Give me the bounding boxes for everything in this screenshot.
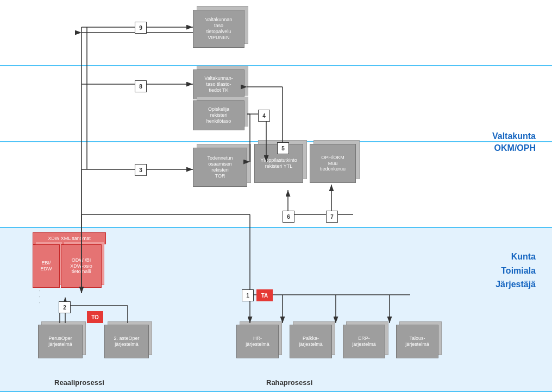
box-erp: ERP-järjestelmä <box>343 325 385 358</box>
number-4: 4 <box>258 110 270 122</box>
section-rahaprosessi: Rahaprosessi <box>266 378 312 387</box>
badge-ta: TA <box>256 289 273 301</box>
box-hr: HR-järjestelmä <box>236 325 279 358</box>
number-1: 1 <box>242 289 254 301</box>
diagram-container: ValtakuntaOKM/OPH KuntaToimialaJärjestäj… <box>0 0 552 392</box>
badge-to: TO <box>87 311 103 323</box>
box-okm: OPH/OKMMuutiedonkeruu <box>310 144 356 183</box>
number-6: 6 <box>283 211 294 223</box>
number-2: 2 <box>59 301 71 313</box>
box-palkka: Palkka-järjestelmä <box>290 325 332 358</box>
box-aste: 2. asteOperjärjestelmä <box>104 325 149 358</box>
box-tk: Valtakunnan-taso tilasto-tiedot TK <box>193 69 244 99</box>
number-5: 5 <box>277 142 289 154</box>
stack-left: XDW XML sanomat EBI/EDW ODW /BIXDW-osiot… <box>27 232 106 298</box>
dots: ··· <box>39 288 41 306</box>
kunta-label: KuntaToimialaJärjestäjä <box>495 250 536 292</box>
box-tor: TodennetunosaamisenrekisteriTOR <box>193 148 247 187</box>
valtakunta-label: ValtakuntaOKM/OPH <box>492 130 536 155</box>
h-line-1 <box>0 65 552 66</box>
number-9: 9 <box>135 22 147 34</box>
box-vipunen: ValtakunnantasotietopalveluVIPUNEN <box>193 10 244 48</box>
box-perus: PerusOperjärjestelmä <box>38 325 83 358</box>
zone-valtakunta <box>0 0 552 228</box>
number-7: 7 <box>326 211 338 223</box>
number-8: 8 <box>135 80 147 92</box>
number-3: 3 <box>135 164 147 176</box>
box-opiskelija: Opiskelijarekisterihenkilötaso <box>193 100 244 130</box>
section-reaaliprosessi: Reaaliprosessi <box>54 378 104 387</box>
box-talous: Talous-järjestelmä <box>396 325 438 358</box>
